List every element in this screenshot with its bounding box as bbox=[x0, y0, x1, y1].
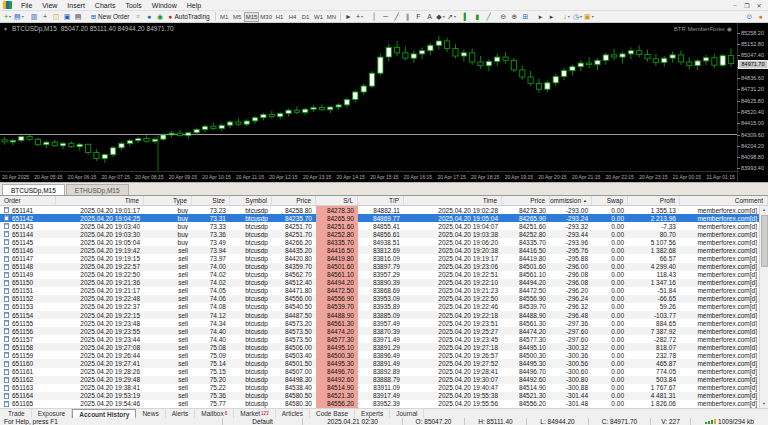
timeframe-button-mn[interactable]: MN bbox=[325, 12, 338, 22]
periods-icon[interactable]: ◷ bbox=[572, 12, 583, 22]
step-back-icon[interactable]: ▸ bbox=[535, 12, 546, 22]
table-row[interactable]: 6511562025.04.20 19:23:55sell74.40btcusd… bbox=[0, 327, 768, 335]
add-indicator-icon[interactable]: ↓ bbox=[561, 12, 572, 22]
line-chart-icon[interactable]: ╱ bbox=[483, 12, 494, 22]
zoom-in-icon[interactable]: ⊕ bbox=[509, 12, 520, 22]
table-row[interactable]: 6511552025.04.20 19:23:48sell74.34btcusd… bbox=[0, 319, 768, 327]
toolbox-tab-articles[interactable]: Articles bbox=[276, 409, 310, 418]
docking-icon[interactable]: ▣ bbox=[62, 12, 73, 22]
menu-item-insert[interactable]: Insert bbox=[62, 2, 90, 9]
table-row[interactable]: 6511462025.04.20 19:19:42sell73.94btcusd… bbox=[0, 246, 768, 254]
menu-item-tools[interactable]: Tools bbox=[120, 2, 146, 9]
table-row[interactable]: 6511542025.04.20 19:22:15sell74.12btcusd… bbox=[0, 311, 768, 319]
column-header-s-l[interactable]: S/L bbox=[316, 196, 358, 205]
table-row[interactable]: 6511502025.04.20 19:21:36sell74.02btcusd… bbox=[0, 279, 768, 287]
channel-icon[interactable]: ∥ bbox=[402, 12, 413, 22]
toolbox-tab-trade[interactable]: Trade bbox=[2, 409, 32, 418]
autotrading-button[interactable]: ● AutoTrading bbox=[166, 12, 213, 22]
table-row[interactable]: 6511452025.04.20 19:05:04buy73.49btcusdp… bbox=[0, 238, 768, 246]
chart-shift-icon[interactable]: ▥ bbox=[29, 12, 40, 22]
table-row[interactable]: 6511642025.04.20 19:53:19sell75.36btcusd… bbox=[0, 392, 768, 400]
column-header-size[interactable]: Size bbox=[192, 196, 230, 205]
toolbox-tab-market[interactable]: Market123 bbox=[234, 409, 275, 418]
table-row[interactable]: 6511612025.04.20 19:28:26sell75.15btcusd… bbox=[0, 368, 768, 376]
auto-scroll-icon[interactable]: + bbox=[40, 12, 51, 22]
objects-folder-icon[interactable]: ◫ bbox=[51, 12, 62, 22]
timeframe-button-d1[interactable]: D1 bbox=[299, 12, 312, 22]
table-row[interactable]: 6511512025.04.20 19:21:17sell74.05btcusd… bbox=[0, 287, 768, 295]
column-header-type[interactable]: Type bbox=[144, 196, 192, 205]
column-header-t-p[interactable]: T/P bbox=[358, 196, 404, 205]
toolbox-tab-code-base[interactable]: Code Base bbox=[310, 409, 355, 418]
candles-chart-icon[interactable]: ▮ bbox=[472, 12, 483, 22]
toolbox-tab-account-history[interactable]: Account History bbox=[72, 409, 136, 418]
column-header-comment[interactable]: Comment bbox=[680, 196, 768, 205]
table-row[interactable]: 6511482025.04.20 19:22:57sell74.00btcusd… bbox=[0, 263, 768, 271]
minimize-button[interactable]: – bbox=[729, 2, 741, 8]
table-row[interactable]: 6511592025.04.20 19:26:44sell75.09btcusd… bbox=[0, 351, 768, 359]
new-chart-icon[interactable]: + bbox=[2, 12, 13, 22]
timeframe-button-h1[interactable]: H1 bbox=[273, 12, 286, 22]
toolbox-tab-alerts[interactable]: Alerts bbox=[166, 409, 196, 418]
notifications-icon[interactable]: ● bbox=[755, 12, 766, 22]
table-row[interactable]: 6511652025.04.20 19:54:46sell75.77btcusd… bbox=[0, 400, 768, 408]
column-header-profit[interactable]: Profit bbox=[628, 196, 680, 205]
chart-tab-btcusdp-m15[interactable]: BTCUSDp,M15 bbox=[2, 184, 65, 195]
column-header-time[interactable]: Time bbox=[404, 196, 502, 205]
menu-item-file[interactable]: File bbox=[16, 2, 37, 9]
toolbox-tab-experts[interactable]: Experts bbox=[355, 409, 390, 418]
timeframe-button-m5[interactable]: M5 bbox=[231, 12, 244, 22]
search-icon[interactable]: ⊙ bbox=[744, 12, 755, 22]
bars-chart-icon[interactable]: ▍ bbox=[461, 12, 472, 22]
timeframe-button-m15[interactable]: M15 bbox=[244, 12, 260, 22]
templates-icon[interactable]: ▣ bbox=[583, 12, 595, 22]
timeframe-button-m30[interactable]: M30 bbox=[259, 12, 273, 22]
menu-item-help[interactable]: Help bbox=[182, 2, 206, 9]
toolbox-tab-exposure[interactable]: Exposure bbox=[32, 409, 72, 418]
tile-windows-icon[interactable]: ⊞ bbox=[520, 12, 531, 22]
column-header-price[interactable]: Price bbox=[272, 196, 316, 205]
trendline-icon[interactable]: ╱ bbox=[391, 12, 402, 22]
chart-tab-ethusdp-m15[interactable]: ETHUSDp,M15 bbox=[66, 184, 129, 195]
profiles-icon[interactable]: ▤ bbox=[13, 12, 25, 22]
shapes-icon[interactable]: ◆ bbox=[435, 12, 446, 22]
popup-prices-icon[interactable]: ▤ bbox=[73, 12, 84, 22]
community-icon[interactable]: ◉ bbox=[155, 12, 166, 22]
person-icon[interactable]: ● bbox=[144, 12, 155, 22]
timeframe-button-w1[interactable]: W1 bbox=[312, 12, 325, 22]
table-row[interactable]: 6511572025.04.20 19:23:44sell74.40btcusd… bbox=[0, 335, 768, 343]
cursor-icon[interactable]: ► bbox=[343, 12, 354, 22]
table-row[interactable]: 6511532025.04.20 19:22:37sell74.08btcusd… bbox=[0, 303, 768, 311]
step-forward-icon[interactable]: ▸ bbox=[546, 12, 557, 22]
column-header-commission[interactable]: Commission▲ bbox=[550, 196, 592, 205]
horizontal-line-icon[interactable]: ─ bbox=[380, 12, 391, 22]
table-row[interactable]: 6511492025.04.20 19:22:50sell74.02btcusd… bbox=[0, 271, 768, 279]
table-row[interactable]: 6511422025.04.20 19:04:25buy73.31btcusdp… bbox=[0, 214, 768, 222]
column-header-time[interactable]: Time bbox=[56, 196, 144, 205]
one-click-trading-arrow-icon[interactable]: ▼ bbox=[3, 26, 8, 32]
table-row[interactable]: 6511442025.04.20 19:03:30buy73.36btcusdp… bbox=[0, 230, 768, 238]
timeframe-button-m1[interactable]: M1 bbox=[218, 12, 231, 22]
menu-item-view[interactable]: View bbox=[37, 2, 62, 9]
timeframe-button-h4[interactable]: H4 bbox=[286, 12, 299, 22]
column-header-price[interactable]: Price bbox=[502, 196, 550, 205]
toolbox-tab-mailbox[interactable]: Mailbox6 bbox=[195, 409, 234, 418]
scroll-down-icon[interactable]: ▼ bbox=[760, 400, 768, 408]
column-header-order[interactable]: Order bbox=[0, 196, 56, 205]
table-row[interactable]: 6511522025.04.20 19:22:48sell74.06btcusd… bbox=[0, 295, 768, 303]
profile-indicator[interactable]: Default bbox=[222, 418, 302, 425]
table-row[interactable]: 6511622025.04.20 19:29:48sell75.20btcusd… bbox=[0, 376, 768, 384]
table-row[interactable]: 6511582025.04.20 19:27:08sell75.08btcusd… bbox=[0, 343, 768, 351]
column-header-symbol[interactable]: Symbol bbox=[230, 196, 272, 205]
menu-item-window[interactable]: Window bbox=[147, 2, 182, 9]
table-scrollbar[interactable]: ▲ ▼ bbox=[759, 206, 768, 408]
candlestick-chart[interactable] bbox=[0, 23, 737, 171]
table-row[interactable]: 6511602025.04.20 19:27:41sell75.14btcusd… bbox=[0, 359, 768, 367]
vertical-line-icon[interactable]: │ bbox=[369, 12, 380, 22]
zoom-out-icon[interactable]: ⊖ bbox=[498, 12, 509, 22]
restore-button[interactable]: ❐ bbox=[741, 2, 753, 9]
crosshair-icon[interactable]: + bbox=[354, 12, 365, 22]
scrollbar-thumb[interactable] bbox=[761, 215, 768, 267]
table-row[interactable]: 6511632025.04.20 19:38:41sell75.22btcusd… bbox=[0, 384, 768, 392]
depth-of-market-icon[interactable]: ≡ bbox=[133, 12, 144, 22]
